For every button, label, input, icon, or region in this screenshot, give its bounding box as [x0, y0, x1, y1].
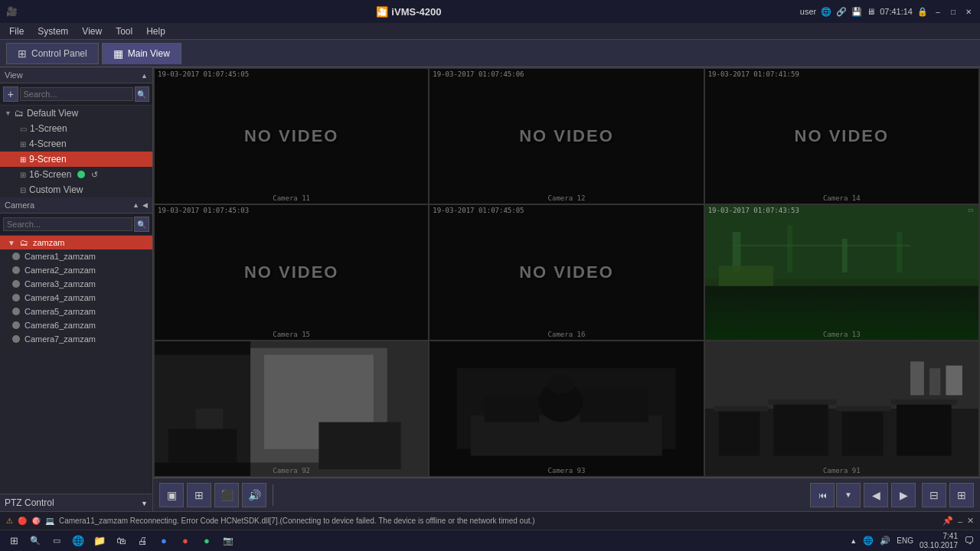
- collapse-arrow[interactable]: ▲: [132, 201, 139, 209]
- camera-app-icon[interactable]: 📷: [220, 533, 236, 549]
- camera-search-input[interactable]: [3, 217, 132, 231]
- view-search-row: + 🔍: [0, 83, 152, 106]
- refresh-icon[interactable]: ↺: [91, 170, 98, 180]
- pin-icon[interactable]: 📌: [942, 516, 953, 526]
- toolbar: ▣ ⊞ ⬛ 🔊 ⏮ ▼ ◀ ▶ ⊟ ⊞: [153, 478, 980, 511]
- tree-item-1screen[interactable]: ▭ 1-Screen: [0, 121, 152, 136]
- camera-section: Camera ▲ ◀ 🔍 ▼ 🗂 zamzam: [0, 197, 152, 494]
- camera-item-6[interactable]: Camera6_zamzam: [0, 318, 152, 332]
- sidebar-toggle[interactable]: ◀: [142, 201, 148, 209]
- camera-search-row: 🔍: [0, 214, 152, 236]
- tab-main-view-label: Main View: [128, 48, 170, 59]
- svg-rect-27: [719, 409, 760, 456]
- close-button[interactable]: ✕: [963, 6, 974, 17]
- sidebar: View + 🔍 ▼ 🗂 Default View ▭ 1-Screen: [0, 67, 153, 511]
- network-taskbar-icon: 🌐: [863, 536, 874, 546]
- menu-help[interactable]: Help: [140, 24, 172, 38]
- tree-item-default-view[interactable]: ▼ 🗂 Default View: [0, 106, 152, 121]
- svg-rect-5: [897, 232, 902, 272]
- indoor-feed-3: [705, 341, 978, 476]
- no-video-text: NO VIDEO: [519, 262, 614, 282]
- view-search-button[interactable]: 🔍: [135, 86, 150, 102]
- camera-item-2[interactable]: Camera2_zamzam: [0, 263, 152, 277]
- close-status-button[interactable]: ✕: [967, 516, 974, 526]
- camera-item-7[interactable]: Camera7_zamzam: [0, 332, 152, 346]
- indoor-feed-2: [430, 341, 703, 476]
- minimize-status-button[interactable]: –: [958, 517, 962, 526]
- maximize-button[interactable]: □: [948, 6, 959, 17]
- quad-screen-button[interactable]: ⊞: [187, 483, 211, 507]
- notification-button[interactable]: 🗨: [964, 535, 974, 546]
- camera-label: Camera1_zamzam: [24, 252, 96, 261]
- camera-label: Camera6_zamzam: [24, 321, 96, 330]
- tree-item-custom-view[interactable]: ⊟ Custom View: [0, 182, 152, 197]
- search-taskbar-button[interactable]: 🔍: [28, 533, 43, 549]
- layout-button[interactable]: ⊞: [949, 483, 974, 507]
- warning-icon: ⚠: [6, 517, 13, 525]
- camera-group-zamzam[interactable]: ▼ 🗂 zamzam: [0, 236, 152, 249]
- tree-item-label: Custom View: [29, 184, 83, 195]
- task-view-button[interactable]: ▭: [49, 533, 64, 549]
- tree-item-4screen[interactable]: ⊞ 4-Screen: [0, 136, 152, 152]
- menu-view[interactable]: View: [76, 24, 108, 38]
- camera-item-1[interactable]: Camera1_zamzam: [0, 249, 152, 263]
- video-cell-2[interactable]: 19-03-2017 01:07:45:06 NO VIDEO Camera 1…: [430, 69, 703, 204]
- edge-icon[interactable]: 🌐: [70, 533, 86, 549]
- video-cell-3[interactable]: 19-03-2017 01:07:41:59 NO VIDEO Camera 1…: [705, 69, 978, 204]
- video-cell-1[interactable]: 19-03-2017 01:07:45:05 NO VIDEO Camera 1…: [155, 69, 428, 204]
- camera-item-4[interactable]: Camera4_zamzam: [0, 291, 152, 305]
- dropdown-button[interactable]: ▼: [836, 483, 861, 507]
- minimize-button[interactable]: –: [933, 6, 943, 17]
- tree-item-9screen[interactable]: ⊞ 9-Screen: [0, 152, 152, 167]
- camera-label: Camera5_zamzam: [24, 307, 96, 316]
- app-icon-green[interactable]: ●: [199, 533, 214, 549]
- menu-system[interactable]: System: [31, 24, 74, 38]
- cam-label: Camera 15: [273, 331, 310, 338]
- fullscreen-button[interactable]: ⬛: [214, 483, 239, 507]
- camera-label: Camera3_zamzam: [24, 279, 96, 289]
- printer-icon[interactable]: 🖨: [135, 533, 150, 549]
- tab-control-panel[interactable]: ⊞ Control Panel: [6, 43, 99, 64]
- app-icon-red[interactable]: ●: [178, 533, 193, 549]
- cell-timestamp: 19-03-2017 01:07:45:03: [158, 207, 249, 214]
- next-button[interactable]: ▶: [891, 483, 916, 507]
- camera-search-button[interactable]: 🔍: [134, 217, 149, 232]
- video-cell-6[interactable]: 19-03-2017 01:07:43:53 Camera 13: [705, 205, 978, 340]
- chrome-icon[interactable]: ●: [156, 533, 172, 549]
- taskbar-date: 03.10.2017: [920, 541, 958, 550]
- config-button[interactable]: ⊟: [922, 483, 946, 507]
- add-view-button[interactable]: +: [3, 86, 18, 102]
- volume-taskbar-icon[interactable]: 🔊: [880, 536, 890, 546]
- tree-item-label: 4-Screen: [29, 139, 67, 149]
- prev-group-button[interactable]: ⏮: [810, 483, 835, 507]
- camera-status-dot: [12, 253, 20, 260]
- audio-button[interactable]: 🔊: [242, 483, 266, 507]
- prev-button[interactable]: ◀: [864, 483, 888, 507]
- video-cell-7[interactable]: 19-03-2017 01:07:41:53 Camera 92: [155, 341, 428, 476]
- clock-area: 7:41 03.10.2017: [920, 532, 958, 550]
- notification-chevron[interactable]: ▲: [850, 537, 857, 545]
- store-icon[interactable]: 🛍: [113, 533, 129, 549]
- single-screen-button[interactable]: ▣: [159, 483, 184, 507]
- tab-main-view[interactable]: ▦ Main View: [102, 43, 181, 64]
- ptz-section: PTZ Control: [0, 494, 152, 511]
- tree-item-16screen[interactable]: ⊞ 16-Screen ↺: [0, 167, 152, 182]
- menu-tool[interactable]: Tool: [109, 24, 139, 38]
- camera-item-5[interactable]: Camera5_zamzam: [0, 305, 152, 318]
- svg-rect-14: [168, 429, 237, 462]
- ptz-header[interactable]: PTZ Control: [0, 494, 152, 511]
- start-button[interactable]: ⊞: [6, 533, 21, 549]
- video-cell-8[interactable]: 19-03-2017 01:07:41:54 Camera 93: [430, 341, 703, 476]
- menubar: File System View Tool Help: [0, 23, 980, 40]
- menu-file[interactable]: File: [3, 24, 30, 38]
- camera-item-3[interactable]: Camera3_zamzam: [0, 277, 152, 291]
- taskbar-left: ⊞ 🔍 ▭ 🌐 📁 🛍 🖨 ● ● ● 📷: [6, 533, 236, 549]
- view-section-collapse[interactable]: [141, 71, 148, 80]
- video-cell-5[interactable]: 19-03-2017 01:07:45:05 NO VIDEO Camera 1…: [430, 205, 703, 340]
- svg-rect-31: [713, 406, 767, 411]
- camera-label: Camera2_zamzam: [24, 266, 96, 275]
- explorer-icon[interactable]: 📁: [92, 533, 107, 549]
- view-search-input[interactable]: [20, 87, 133, 101]
- video-cell-4[interactable]: 19-03-2017 01:07:45:03 NO VIDEO Camera 1…: [155, 205, 428, 340]
- video-cell-9[interactable]: 19-03-2017 01:07:43:53: [705, 341, 978, 476]
